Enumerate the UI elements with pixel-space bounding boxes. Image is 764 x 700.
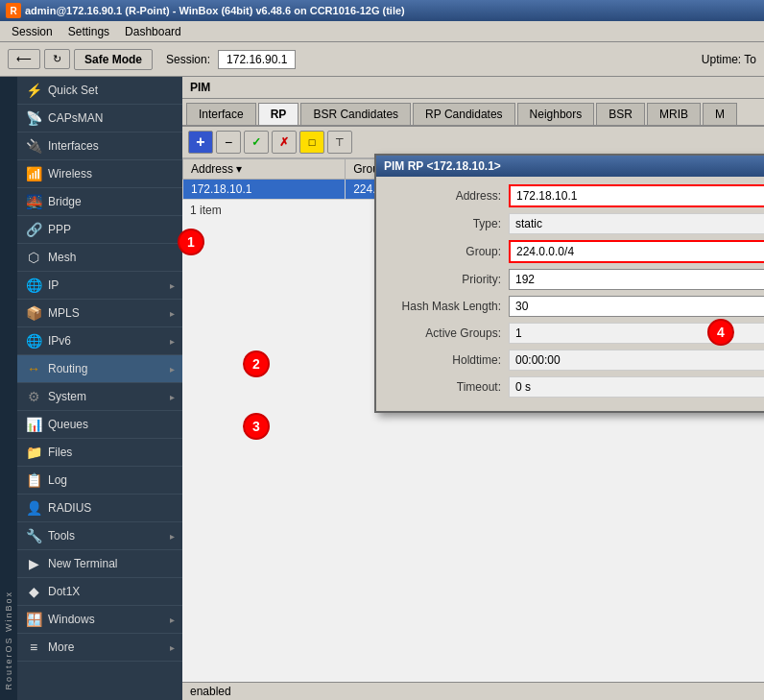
interfaces-label: Interfaces — [48, 139, 175, 153]
sidebar-item-mpls[interactable]: 📦MPLS▸ — [17, 300, 182, 327]
sidebar-item-log[interactable]: 📋Log — [17, 467, 182, 495]
wireless-label: Wireless — [48, 167, 175, 181]
sidebar-item-more[interactable]: ≡More▸ — [17, 634, 182, 662]
sidebar-content: ⚡Quick Set📡CAPsMAN🔌Interfaces📶Wireless🌉B… — [0, 77, 182, 700]
sidebar-item-ppp[interactable]: 🔗PPP — [17, 216, 182, 244]
tab-mrib[interactable]: MRIB — [647, 103, 701, 125]
sidebar-item-ip[interactable]: 🌐IP▸ — [17, 272, 182, 300]
annotation-2: 2 — [243, 350, 270, 377]
menu-settings[interactable]: Settings — [60, 23, 117, 40]
delete-button[interactable]: − — [216, 131, 241, 154]
ipv6-arrow-icon: ▸ — [170, 336, 175, 347]
sidebar-item-windows[interactable]: 🪟Windows▸ — [17, 606, 182, 634]
priority-label: Priority: — [384, 273, 509, 286]
add-button[interactable]: + — [188, 131, 213, 154]
safe-mode-button[interactable]: Safe Mode — [74, 49, 153, 70]
radius-label: RADIUS — [48, 501, 175, 515]
tab-bsr[interactable]: BSR — [596, 103, 645, 125]
forward-button[interactable]: ↻ — [44, 49, 70, 69]
tools-arrow-icon: ▸ — [170, 531, 175, 542]
queues-icon: 📊 — [25, 416, 42, 433]
sidebar-item-capsman[interactable]: 📡CAPsMAN — [17, 105, 182, 133]
address-input[interactable] — [509, 184, 764, 207]
dialog-title-text: PIM RP <172.18.10.1> — [384, 159, 501, 173]
windows-label: Windows — [48, 613, 164, 626]
dot1x-label: Dot1X — [48, 585, 175, 598]
tab-bsr-candidates[interactable]: BSR Candidates — [300, 103, 411, 125]
sidebar-item-ipv6[interactable]: 🌐IPv6▸ — [17, 327, 182, 355]
mpls-icon: 📦 — [25, 304, 42, 322]
ppp-label: PPP — [48, 223, 175, 236]
back-icon: ⟵ — [16, 53, 32, 65]
menu-session[interactable]: Session — [4, 23, 60, 40]
priority-row: Priority: — [384, 269, 764, 290]
app-icon: R — [6, 3, 21, 18]
filter-button[interactable]: ⊤ — [327, 131, 352, 154]
type-label: Type: — [384, 217, 509, 230]
sidebar-item-queues[interactable]: 📊Queues — [17, 411, 182, 439]
tab-m[interactable]: M — [703, 103, 737, 125]
status-text: enabled — [190, 685, 231, 698]
files-label: Files — [48, 446, 175, 459]
sidebar-item-radius[interactable]: 👤RADIUS — [17, 495, 182, 522]
dialog-fields: Address: Type: static Group: — [384, 184, 764, 403]
sidebar-item-files[interactable]: 📁Files — [17, 439, 182, 467]
group-row: Group: — [384, 240, 764, 263]
back-button[interactable]: ⟵ — [8, 49, 40, 69]
wireless-icon: 📶 — [25, 165, 42, 182]
type-value: static — [509, 213, 764, 234]
sidebar-item-tools[interactable]: 🔧Tools▸ — [17, 522, 182, 550]
system-label: System — [48, 390, 164, 403]
tabs-container: InterfaceRPBSR CandidatesRP CandidatesNe… — [182, 99, 764, 127]
title-text: admin@172.16.90.1 (R-Point) - WinBox (64… — [25, 5, 405, 16]
interfaces-icon: 🔌 — [25, 137, 42, 155]
sidebar-item-mesh[interactable]: ⬡Mesh — [17, 244, 182, 272]
enable-button[interactable]: ✓ — [244, 131, 269, 154]
group-input[interactable] — [509, 240, 764, 263]
dot1x-icon: ◆ — [25, 583, 42, 600]
pim-rp-dialog: PIM RP <172.18.10.1> 🗗 Address: Type: — [374, 154, 764, 413]
tab-rp[interactable]: RP — [258, 103, 299, 125]
sidebar-item-quick-set[interactable]: ⚡Quick Set — [17, 77, 182, 105]
more-icon: ≡ — [25, 639, 42, 656]
winbox-label: RouterOS WinBox — [4, 591, 13, 690]
sidebar-item-wireless[interactable]: 📶Wireless — [17, 160, 182, 188]
mpls-arrow-icon: ▸ — [170, 308, 175, 319]
routing-label: Routing — [48, 362, 164, 375]
uptime-label: Uptime: To — [702, 53, 756, 66]
highlight-button[interactable]: □ — [299, 131, 324, 154]
active-groups-label: Active Groups: — [384, 326, 509, 340]
group-label: Group: — [384, 245, 509, 258]
log-icon: 📋 — [25, 471, 42, 489]
refresh-icon: ↻ — [53, 53, 61, 65]
files-icon: 📁 — [25, 444, 42, 461]
holdtime-row: Holdtime: 00:00:00 — [384, 350, 764, 371]
col-address[interactable]: Address ▾ — [183, 159, 346, 180]
sidebar-item-system[interactable]: ⚙System▸ — [17, 383, 182, 411]
main-toolbar: ⟵ ↻ Safe Mode Session: 172.16.90.1 Uptim… — [0, 42, 764, 77]
tab-neighbors[interactable]: Neighbors — [517, 103, 595, 125]
tab-rp-candidates[interactable]: RP Candidates — [413, 103, 515, 125]
annotation-4: 4 — [707, 319, 734, 346]
sidebar-item-routing[interactable]: ↔Routing▸ — [17, 355, 182, 383]
sidebar-item-interfaces[interactable]: 🔌Interfaces — [17, 133, 182, 160]
sidebar-item-bridge[interactable]: 🌉Bridge — [17, 188, 182, 216]
tab-interface[interactable]: Interface — [186, 103, 256, 125]
sidebar: ⚡Quick Set📡CAPsMAN🔌Interfaces📶Wireless🌉B… — [0, 77, 182, 700]
bridge-icon: 🌉 — [25, 193, 42, 210]
cell-address: 172.18.10.1 — [183, 180, 346, 200]
timeout-value: 0 s — [509, 376, 764, 398]
hash-mask-input[interactable] — [509, 296, 764, 317]
holdtime-value: 00:00:00 — [509, 350, 764, 371]
tools-label: Tools — [48, 529, 164, 543]
type-row: Type: static — [384, 213, 764, 234]
session-value: 172.16.90.1 — [218, 50, 296, 69]
sidebar-item-dot1x[interactable]: ◆Dot1X — [17, 578, 182, 606]
sidebar-item-new-terminal[interactable]: ▶New Terminal — [17, 550, 182, 578]
dialog-body: Address: Type: static Group: — [376, 177, 764, 411]
menu-dashboard[interactable]: Dashboard — [117, 23, 189, 40]
priority-input[interactable] — [509, 269, 764, 290]
disable-button[interactable]: ✗ — [272, 131, 297, 154]
hash-mask-row: Hash Mask Length: — [384, 296, 764, 317]
address-row: Address: — [384, 184, 764, 207]
